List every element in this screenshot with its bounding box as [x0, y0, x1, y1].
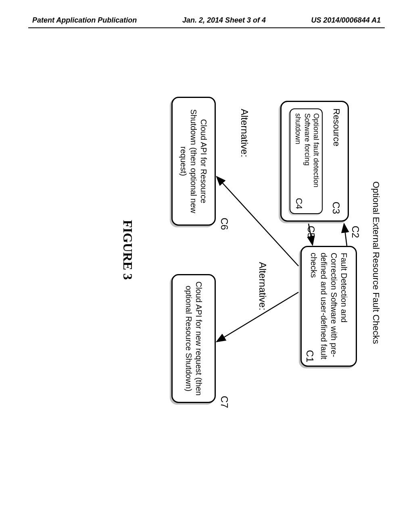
c3-box: Resource C3 Optional fault detection Sof… — [280, 101, 349, 222]
c4-text: Optional fault detection Software forcin… — [294, 113, 321, 195]
c7-label: C7 — [219, 396, 230, 408]
c4-box: Optional fault detection Software forcin… — [290, 108, 323, 214]
c3-label: C3 — [330, 202, 342, 214]
alt-label-2: Alternative: — [257, 262, 268, 310]
c1-label: C1 — [304, 350, 316, 362]
diagram-title: Optional External Resource Fault Checks — [371, 181, 381, 344]
c3-title: Resource — [330, 108, 342, 146]
c7-box: Cloud API for new request (then optional… — [171, 274, 216, 403]
figure-label: FIGURE 3 — [120, 85, 135, 415]
c5-label: C5 — [305, 226, 317, 238]
header-left: Patent Application Publication — [32, 16, 137, 25]
c1-box: Fault Detection and Correction Software … — [300, 246, 357, 367]
c2-label: C2 — [350, 226, 361, 238]
c6-label: C6 — [219, 218, 230, 230]
c6-text: Cloud API for Resource Shutdown (then op… — [179, 104, 209, 219]
c7-text: Cloud API for new request (then optional… — [184, 281, 204, 396]
c6-box: Cloud API for Resource Shutdown (then op… — [171, 97, 216, 226]
alt-label-1: Alternative: — [239, 109, 250, 157]
c4-label: C4 — [294, 198, 305, 209]
diagram: Optional External Resource Fault Checks … — [18, 85, 389, 415]
patent-header: Patent Application Publication Jan. 2, 2… — [0, 16, 413, 25]
diagram-container: Optional External Resource Fault Checks … — [18, 85, 389, 415]
header-divider — [28, 27, 385, 28]
svg-line-1 — [344, 224, 347, 246]
header-center: Jan. 2, 2014 Sheet 3 of 4 — [182, 16, 266, 25]
c1-text: Fault Detection and Correction Software … — [309, 253, 349, 360]
header-right: US 2014/0006844 A1 — [311, 16, 381, 25]
